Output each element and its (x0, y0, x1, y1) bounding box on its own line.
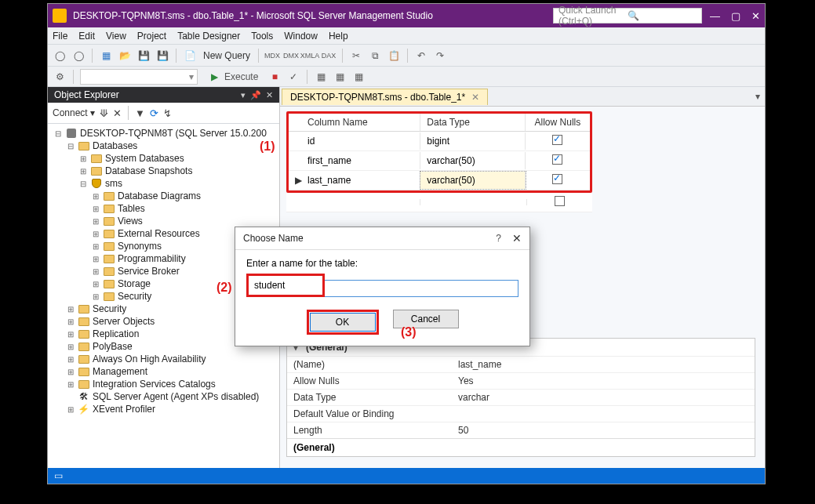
tabs-dropdown-icon[interactable]: ▾ (751, 89, 765, 103)
tree-tables[interactable]: ⊞Tables (51, 202, 279, 215)
column-row[interactable]: first_name varchar(50) (289, 151, 590, 171)
dialog-close-icon[interactable]: ✕ (512, 232, 522, 245)
titlebar: DESKTOP-TQPNM8T.sms - dbo.Table_1* - Mic… (48, 4, 765, 27)
connect-button[interactable]: Connect ▾ (53, 107, 95, 118)
tree-databases[interactable]: ⊟Databases (51, 140, 279, 152)
help-icon[interactable]: ? (496, 233, 501, 244)
cell-type[interactable]: varchar(50) (420, 152, 525, 169)
callout-2: (2) (216, 281, 232, 295)
open-icon[interactable]: 📂 (118, 49, 132, 63)
cell-type[interactable]: varchar(50) (420, 172, 525, 189)
tree-sql-agent[interactable]: 🛠SQL Server Agent (Agent XPs disabled) (51, 390, 279, 403)
execute-button[interactable]: ▶Execute (202, 68, 263, 85)
cell-type[interactable]: bigint (420, 132, 525, 150)
save-icon[interactable]: 💾 (136, 49, 151, 63)
copy-icon[interactable]: ⧉ (368, 49, 382, 63)
menu-bar: File Edit View Project Table Designer To… (48, 27, 765, 45)
filter-icon[interactable]: ▼ (135, 107, 145, 119)
tree-db-diagrams[interactable]: ⊞Database Diagrams (51, 190, 279, 202)
save-all-icon[interactable]: 💾 (155, 49, 169, 63)
menu-edit[interactable]: Edit (78, 31, 95, 42)
new-project-icon[interactable]: ▦ (99, 49, 113, 63)
stop3-icon[interactable]: ↯ (163, 107, 172, 119)
cut-icon[interactable]: ✂ (349, 49, 363, 63)
grid2-icon[interactable]: ▦ (333, 70, 347, 84)
menu-table-designer[interactable]: Table Designer (177, 31, 240, 42)
new-query-icon[interactable]: 📄 (183, 49, 197, 63)
window-title: DESKTOP-TQPNM8T.sms - dbo.Table_1* - Mic… (73, 10, 553, 21)
refresh-icon[interactable]: ⟳ (150, 107, 158, 119)
grid3-icon[interactable]: ▦ (351, 70, 366, 84)
tree-management[interactable]: ⊞Management (51, 365, 279, 378)
redo-icon[interactable]: ↷ (433, 49, 447, 63)
app-logo-icon (53, 9, 67, 23)
search-icon: 🔍 (628, 10, 697, 21)
column-row-selected[interactable]: ▶ last_name varchar(50) (289, 171, 590, 190)
parse-icon[interactable]: ✓ (286, 70, 300, 84)
disconnect-icon[interactable]: ⟱ (100, 107, 108, 119)
status-bar: ▭ (48, 468, 765, 484)
minimize-button[interactable]: — (710, 10, 720, 22)
callout-3: (3) (401, 325, 417, 339)
menu-tools[interactable]: Tools (251, 31, 273, 42)
tree-server-root[interactable]: ⊟DESKTOP-TQPNM8T (SQL Server 15.0.200 (51, 127, 279, 140)
toolbar-execute: ⚙ ▾ ▶Execute ■ ✓ ▦ ▦ ▦ (48, 67, 765, 87)
maximize-button[interactable]: ▢ (731, 10, 740, 22)
allow-nulls-checkbox[interactable] (555, 196, 565, 206)
tree-aoha[interactable]: ⊞Always On High Availability (51, 353, 279, 365)
menu-project[interactable]: Project (137, 31, 166, 42)
columns-grid[interactable]: Column Name Data Type Allow Nulls id big… (286, 111, 592, 193)
pin-icon[interactable]: 📌 (250, 90, 261, 100)
menu-help[interactable]: Help (329, 31, 348, 42)
mdx-icon[interactable]: MDX (265, 49, 279, 63)
tree-views[interactable]: ⊞Views (51, 215, 279, 227)
tree-db-sms[interactable]: ⊟sms (51, 177, 279, 190)
close-button[interactable]: ✕ (751, 10, 760, 22)
menu-file[interactable]: File (53, 31, 67, 42)
tree-xevent-profiler[interactable]: ⊞⚡XEvent Profiler (51, 403, 279, 415)
new-query-button[interactable]: New Query (202, 50, 252, 61)
tree-system-databases[interactable]: ⊞System Databases (51, 152, 279, 165)
toggle-icon[interactable]: ⚙ (53, 70, 67, 84)
stop-icon[interactable]: ■ (267, 70, 282, 84)
prop-row[interactable]: (Name)last_name (287, 356, 755, 372)
allow-nulls-checkbox[interactable] (552, 135, 562, 145)
back-icon[interactable]: ◯ (53, 49, 67, 63)
autohide-icon[interactable]: ▾ (241, 90, 246, 100)
dax-icon[interactable]: DAX (322, 49, 336, 63)
prop-row[interactable]: Allow NullsYes (287, 372, 755, 389)
prop-row[interactable]: Length50 (287, 422, 755, 438)
tree-integration-services[interactable]: ⊞Integration Services Catalogs (51, 378, 279, 390)
tab-close-icon[interactable]: ✕ (471, 92, 479, 103)
cell-name[interactable]: id (301, 132, 420, 150)
separator (307, 70, 307, 84)
menu-window[interactable]: Window (284, 31, 318, 42)
prop-row[interactable]: Data Typevarchar (287, 389, 755, 405)
cell-name[interactable]: first_name (301, 152, 420, 169)
cell-name[interactable]: last_name (301, 172, 420, 189)
undo-icon[interactable]: ↶ (414, 49, 428, 63)
table-name-input-extension[interactable] (325, 280, 518, 297)
menu-view[interactable]: View (106, 31, 126, 42)
paste-icon[interactable]: 📋 (387, 49, 401, 63)
quick-launch-input[interactable]: Quick Launch (Ctrl+Q) 🔍 (553, 8, 702, 24)
allow-nulls-checkbox[interactable] (552, 154, 562, 165)
stop2-icon[interactable]: ✕ (113, 107, 122, 119)
table-name-highlight (246, 274, 325, 297)
dmx-icon[interactable]: DMX (284, 49, 298, 63)
prop-row[interactable]: Default Value or Binding (287, 405, 755, 422)
header-allow-nulls: Allow Nulls (526, 114, 590, 131)
panel-close-icon[interactable]: ✕ (266, 90, 273, 100)
separator (407, 49, 408, 63)
database-dropdown[interactable]: ▾ (80, 69, 198, 85)
allow-nulls-checkbox[interactable] (552, 174, 562, 184)
column-row[interactable]: id bigint (289, 132, 590, 151)
grid-icon[interactable]: ▦ (314, 70, 328, 84)
ok-button[interactable]: OK (310, 313, 376, 332)
xmla-icon[interactable]: XMLA (303, 49, 317, 63)
table-name-input[interactable] (249, 277, 317, 294)
tab-table-designer[interactable]: DESKTOP-TQPNM8T.sms - dbo.Table_1* ✕ (282, 89, 488, 105)
forward-icon[interactable]: ◯ (71, 49, 86, 63)
tree-snapshots[interactable]: ⊞Database Snapshots (51, 165, 279, 177)
column-row-empty[interactable] (286, 193, 592, 212)
